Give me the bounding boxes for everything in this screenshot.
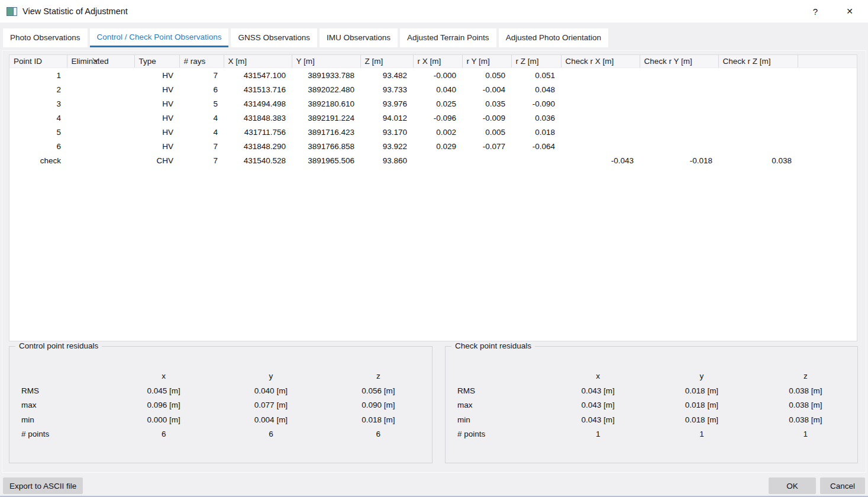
table-cell[interactable]: 3891933.788 [292, 68, 360, 83]
table-row[interactable]: 6HV7431848.2903891766.85893.9220.029-0.0… [9, 139, 857, 153]
table-cell[interactable] [511, 153, 561, 167]
table-row[interactable]: 5HV4431711.7563891716.42393.1700.0020.00… [9, 125, 857, 139]
table-cell[interactable] [67, 96, 134, 111]
tab-adjusted-terrain-points[interactable]: Adjusted Terrain Points [400, 28, 496, 47]
table-cell[interactable] [640, 68, 718, 83]
table-cell[interactable]: HV [134, 139, 179, 153]
table-cell[interactable]: 4 [179, 111, 224, 125]
export-ascii-button[interactable]: Export to ASCII file [3, 477, 83, 494]
table-cell[interactable]: 0.035 [462, 96, 511, 111]
table-cell[interactable]: 7 [179, 153, 224, 167]
table-cell[interactable] [67, 153, 134, 167]
table-cell[interactable]: 1 [9, 68, 67, 83]
table-cell[interactable] [561, 96, 640, 111]
table-cell[interactable]: 0.025 [413, 96, 462, 111]
table-cell[interactable]: 2 [9, 82, 67, 96]
table-cell[interactable] [798, 68, 857, 83]
table-row[interactable]: 2HV6431513.7163892022.48093.7330.040-0.0… [9, 82, 857, 96]
table-cell[interactable]: 6 [179, 82, 224, 96]
table-cell[interactable]: 0.018 [511, 125, 561, 139]
table-cell[interactable]: 5 [9, 125, 67, 139]
table-cell[interactable] [640, 111, 718, 125]
table-cell[interactable]: HV [134, 111, 179, 125]
table-cell[interactable] [798, 111, 857, 125]
table-cell[interactable]: HV [134, 68, 179, 83]
table-cell[interactable]: 0.036 [511, 111, 561, 125]
table-cell[interactable]: 431540.528 [224, 153, 292, 167]
table-cell[interactable] [718, 68, 798, 83]
table-cell[interactable]: 4 [9, 111, 67, 125]
table-cell[interactable]: 93.170 [360, 125, 413, 139]
table-cell[interactable]: -0.000 [413, 68, 462, 83]
table-cell[interactable]: CHV [134, 153, 179, 167]
table-cell[interactable]: 93.860 [360, 153, 413, 167]
table-cell[interactable]: 3892191.224 [292, 111, 360, 125]
table-cell[interactable] [413, 153, 462, 167]
table-cell[interactable]: 0.048 [511, 82, 561, 96]
table-cell[interactable] [718, 125, 798, 139]
table-cell[interactable] [561, 82, 640, 96]
table-cell[interactable] [798, 139, 857, 153]
column-header-rx[interactable]: r X [m] [413, 55, 462, 68]
column-header-type[interactable]: Type [134, 55, 179, 68]
table-cell[interactable] [561, 125, 640, 139]
table-cell[interactable]: check [9, 153, 67, 167]
table-cell[interactable]: 3 [9, 96, 67, 111]
table-cell[interactable]: 93.733 [360, 82, 413, 96]
table-cell[interactable] [561, 68, 640, 83]
table-cell[interactable] [718, 139, 798, 153]
column-header-point-id[interactable]: Point ID [9, 55, 67, 68]
table-cell[interactable]: 93.976 [360, 96, 413, 111]
table-cell[interactable] [67, 82, 134, 96]
column-header-eliminated[interactable]: Eliminated [67, 55, 134, 68]
tab-control-check-point-observations[interactable]: Control / Check Point Observations [90, 28, 229, 47]
table-cell[interactable]: 0.005 [462, 125, 511, 139]
table-cell[interactable]: 431513.716 [224, 82, 292, 96]
table-cell[interactable]: 4 [179, 125, 224, 139]
column-header-rays[interactable]: # rays [179, 55, 224, 68]
table-cell[interactable]: 431547.100 [224, 68, 292, 83]
column-header-rz[interactable]: r Z [m] [511, 55, 561, 68]
table-cell[interactable]: HV [134, 96, 179, 111]
table-cell[interactable]: 0.038 [718, 153, 798, 167]
table-cell[interactable] [67, 111, 134, 125]
table-cell[interactable] [462, 153, 511, 167]
table-cell[interactable]: 5 [179, 96, 224, 111]
table-cell[interactable]: -0.009 [462, 111, 511, 125]
table-cell[interactable]: 6 [9, 139, 67, 153]
table-cell[interactable] [798, 96, 857, 111]
table-cell[interactable]: 0.051 [511, 68, 561, 83]
tab-adjusted-photo-orientation[interactable]: Adjusted Photo Orientation [499, 28, 608, 47]
table-cell[interactable] [798, 153, 857, 167]
table-cell[interactable]: 3891716.423 [292, 125, 360, 139]
table-cell[interactable] [561, 139, 640, 153]
table-cell[interactable] [640, 125, 718, 139]
column-header-ry[interactable]: r Y [m] [462, 55, 511, 68]
table-cell[interactable] [640, 96, 718, 111]
table-cell[interactable] [561, 111, 640, 125]
table-cell[interactable] [67, 139, 134, 153]
table-row[interactable]: checkCHV7431540.5283891965.50693.860-0.0… [9, 153, 857, 167]
column-header-check-rz[interactable]: Check r Z [m] [718, 55, 798, 68]
close-button[interactable]: ✕ [836, 0, 863, 22]
table-cell[interactable]: 0.050 [462, 68, 511, 83]
table-cell[interactable]: -0.018 [640, 153, 718, 167]
table-cell[interactable]: HV [134, 82, 179, 96]
help-button[interactable]: ? [802, 0, 829, 22]
table-cell[interactable]: HV [134, 125, 179, 139]
table-cell[interactable] [718, 111, 798, 125]
table-cell[interactable] [798, 82, 857, 96]
table-cell[interactable]: 7 [179, 139, 224, 153]
column-header-z[interactable]: Z [m] [360, 55, 413, 68]
table-cell[interactable] [67, 125, 134, 139]
table-cell[interactable] [718, 96, 798, 111]
column-header-check-rx[interactable]: Check r X [m] [561, 55, 640, 68]
table-cell[interactable]: -0.004 [462, 82, 511, 96]
table-cell[interactable]: -0.077 [462, 139, 511, 153]
table-cell[interactable]: 0.029 [413, 139, 462, 153]
table-cell[interactable]: 0.040 [413, 82, 462, 96]
table-cell[interactable]: 3892180.610 [292, 96, 360, 111]
table-cell[interactable] [640, 82, 718, 96]
cancel-button[interactable]: Cancel [820, 477, 865, 494]
table-row[interactable]: 3HV5431494.4983892180.61093.9760.0250.03… [9, 96, 857, 111]
